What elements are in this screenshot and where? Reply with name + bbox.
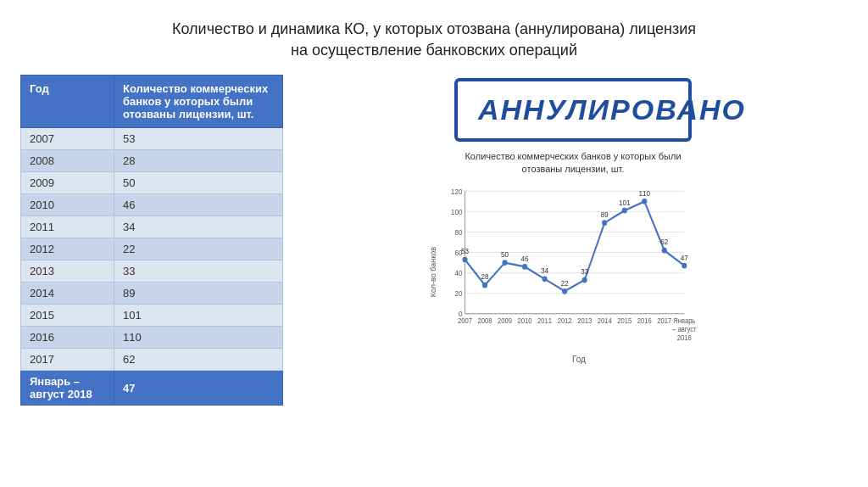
table-row-count: 62 xyxy=(114,349,283,371)
col-header-count: Количество коммерческих банков у которых… xyxy=(114,76,283,128)
table-row-year: 2012 xyxy=(21,238,114,260)
stamp-box: АННУЛИРОВАНО xyxy=(454,78,692,142)
stamp-text: АННУЛИРОВАНО xyxy=(478,93,668,126)
table-row-year: 2016 xyxy=(21,327,114,349)
svg-text:53: 53 xyxy=(461,247,469,255)
svg-text:89: 89 xyxy=(601,210,609,219)
svg-text:Январь– август2018: Январь– август2018 xyxy=(672,317,697,342)
svg-text:100: 100 xyxy=(451,207,463,216)
table-row-year: 2008 xyxy=(21,150,114,172)
table-row-count: 47 xyxy=(114,371,283,406)
table-row-year: 2007 xyxy=(21,128,114,150)
svg-text:20: 20 xyxy=(454,289,462,298)
svg-text:2017: 2017 xyxy=(657,317,672,325)
svg-text:80: 80 xyxy=(454,227,462,236)
svg-text:33: 33 xyxy=(581,267,588,276)
table-row-count: 34 xyxy=(114,216,283,238)
table-row-count: 53 xyxy=(114,128,283,150)
svg-text:2009: 2009 xyxy=(498,317,513,325)
svg-point-16 xyxy=(462,257,467,263)
svg-point-22 xyxy=(503,260,508,266)
svg-text:2012: 2012 xyxy=(558,317,573,325)
svg-point-19 xyxy=(482,283,487,288)
svg-text:62: 62 xyxy=(660,238,668,246)
chart-x-label: Год xyxy=(441,355,717,364)
table-row-year: 2010 xyxy=(21,194,114,216)
chart-area: 0204060801001205320072820085020094620103… xyxy=(441,180,717,364)
svg-point-49 xyxy=(682,263,687,269)
svg-text:50: 50 xyxy=(501,250,509,259)
svg-text:22: 22 xyxy=(561,278,569,287)
svg-text:2013: 2013 xyxy=(577,317,593,325)
svg-point-34 xyxy=(582,277,587,283)
svg-text:28: 28 xyxy=(481,272,489,281)
svg-text:34: 34 xyxy=(541,266,548,275)
svg-point-37 xyxy=(602,220,607,226)
chart-title: Количество коммерческих банков у которых… xyxy=(465,150,681,175)
svg-point-31 xyxy=(562,288,567,294)
svg-point-43 xyxy=(642,199,647,204)
svg-text:46: 46 xyxy=(521,254,529,262)
table-row-count: 22 xyxy=(114,238,283,260)
page-title: Количество и динамика КО, у которых отоз… xyxy=(172,19,696,61)
table-row-count: 28 xyxy=(114,150,283,172)
svg-text:2007: 2007 xyxy=(458,317,473,325)
svg-text:120: 120 xyxy=(451,187,463,195)
table-row-year: 2015 xyxy=(21,305,114,327)
svg-text:2016: 2016 xyxy=(637,317,653,325)
col-header-year: Год xyxy=(21,76,114,128)
table-row-year: 2013 xyxy=(21,260,114,283)
chart-y-label: Кол-во банков xyxy=(429,247,437,297)
data-table: Год Количество коммерческих банков у кот… xyxy=(20,75,283,406)
table-row-count: 110 xyxy=(114,327,283,349)
svg-text:2011: 2011 xyxy=(537,317,553,325)
table-row-count: 89 xyxy=(114,283,283,305)
table-row-year: 2017 xyxy=(21,349,114,371)
table-row-year: 2014 xyxy=(21,283,114,305)
svg-text:2014: 2014 xyxy=(598,317,613,325)
svg-point-40 xyxy=(622,208,627,214)
svg-text:110: 110 xyxy=(638,188,650,197)
table-row-year: 2011 xyxy=(21,216,114,238)
table-row-year: 2009 xyxy=(21,172,114,194)
table-row-count: 101 xyxy=(114,305,283,327)
svg-text:47: 47 xyxy=(681,253,688,261)
right-panel: АННУЛИРОВАНО Количество коммерческих бан… xyxy=(298,75,848,364)
svg-text:40: 40 xyxy=(454,269,462,277)
svg-text:101: 101 xyxy=(619,198,631,206)
svg-text:2008: 2008 xyxy=(478,317,493,325)
svg-text:2015: 2015 xyxy=(617,317,632,325)
svg-text:2010: 2010 xyxy=(518,317,533,325)
table-row-count: 33 xyxy=(114,260,283,283)
svg-point-25 xyxy=(522,264,527,270)
table-row-year: Январь – август 2018 xyxy=(21,371,114,406)
svg-point-28 xyxy=(542,276,548,282)
svg-point-46 xyxy=(662,248,667,254)
table-row-count: 50 xyxy=(114,172,283,194)
table-row-count: 46 xyxy=(114,194,283,216)
chart-container: Количество коммерческих банков у которых… xyxy=(429,150,717,364)
